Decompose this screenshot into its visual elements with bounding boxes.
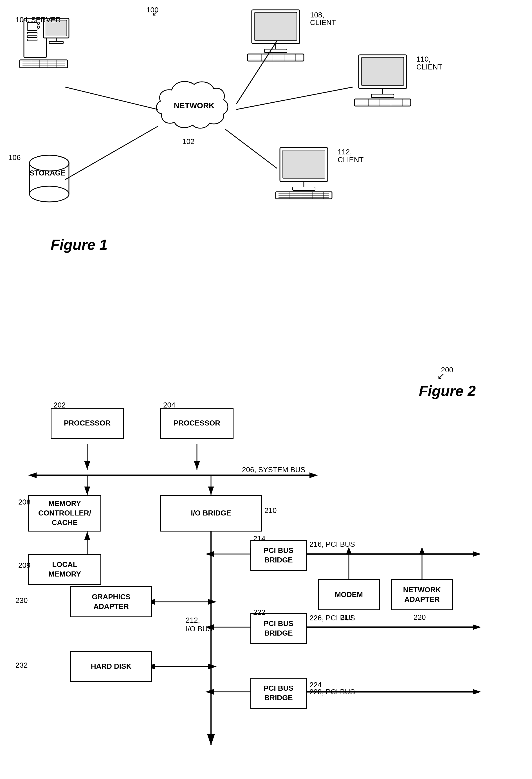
figure2: 200 ↙ Figure 2 [0, 309, 532, 779]
svg-line-60 [65, 87, 158, 109]
svg-rect-51 [293, 187, 315, 190]
ref-102: 102 [182, 137, 194, 146]
svg-marker-79 [473, 551, 481, 557]
svg-marker-76 [205, 551, 214, 557]
ref-209: 209 [18, 561, 31, 570]
ref-202: 202 [53, 401, 66, 410]
client108-computer [245, 8, 307, 63]
figure2-title: Figure 2 [419, 382, 476, 399]
ref-210: 210 [264, 506, 277, 515]
svg-rect-3 [27, 36, 37, 38]
ref-204: 204 [163, 401, 175, 410]
pci-bus-bridge-224-box: PCI BUS BRIDGE [250, 678, 307, 709]
network-adapter-box: NETWORK ADAPTER [391, 579, 453, 610]
svg-marker-93 [473, 689, 481, 695]
server-ref: 104, [15, 15, 30, 24]
svg-rect-25 [255, 12, 297, 41]
memory-controller-box: MEMORY CONTROLLER/ CACHE [28, 495, 101, 532]
ref-220: 220 [414, 613, 426, 622]
ref-222: 222 [253, 608, 265, 617]
pci-bus-216-label: 216, PCI BUS [309, 540, 355, 549]
svg-rect-27 [264, 49, 287, 53]
svg-point-21 [29, 186, 69, 202]
pci-bus-bridge-222-box: PCI BUS BRIDGE [250, 613, 307, 644]
processor-204-box: PROCESSOR [160, 408, 234, 439]
server-label: SERVER [31, 15, 61, 24]
svg-marker-68 [28, 473, 37, 478]
svg-marker-69 [309, 473, 318, 478]
figure1-title: Figure 1 [51, 236, 108, 253]
ref-230: 230 [15, 596, 27, 605]
server-computer [15, 15, 72, 90]
svg-line-64 [225, 129, 277, 169]
svg-rect-49 [283, 150, 325, 178]
svg-point-6 [38, 26, 40, 28]
network-cloud: NETWORK [152, 76, 236, 133]
svg-rect-4 [27, 39, 37, 41]
svg-rect-37 [361, 57, 404, 85]
ref-208: 208 [18, 498, 31, 506]
client110-ref: 110, [416, 55, 431, 64]
storage-icon [21, 152, 77, 209]
storage-text: STORAGE [29, 169, 66, 177]
modem-box: MODEM [318, 579, 380, 610]
ref-232: 232 [15, 661, 27, 670]
svg-marker-90 [205, 689, 214, 695]
svg-marker-83 [419, 547, 425, 554]
hard-disk-box: HARD DISK [70, 651, 152, 682]
svg-line-61 [65, 126, 158, 180]
io-bus-label: 212,I/O BUS [186, 616, 213, 633]
svg-text:NETWORK: NETWORK [174, 101, 215, 110]
ref-214: 214 [253, 534, 265, 543]
svg-line-63 [236, 87, 353, 109]
svg-marker-88 [473, 624, 481, 630]
storage-ref: 106 [8, 153, 20, 162]
svg-rect-10 [49, 41, 63, 44]
client110-computer [352, 53, 414, 108]
graphics-adapter-box: GRAPHICS ADAPTER [70, 586, 152, 617]
client112-label: CLIENT [338, 156, 363, 164]
pci-bus-bridge-214-box: PCI BUS BRIDGE [250, 540, 307, 571]
client108-label: CLIENT [310, 18, 336, 27]
svg-rect-39 [371, 94, 394, 98]
pci-bus-226-label: 226, PCI BUS [309, 614, 355, 622]
svg-marker-95 [208, 599, 217, 605]
processor-202-box: PROCESSOR [51, 408, 124, 439]
pci-bus-228-label: 228, PCI BUS [309, 687, 355, 696]
system-bus-label: 206, SYSTEM BUS [242, 466, 305, 474]
client112-computer [273, 146, 335, 201]
io-bridge-box: I/O BRIDGE [160, 495, 261, 532]
local-memory-box: LOCAL MEMORY [28, 554, 101, 585]
client112-ref: 112, [338, 147, 352, 156]
figure1: 100 ↙ 104, SERVER [0, 0, 532, 309]
client110-label: CLIENT [416, 63, 442, 71]
svg-rect-2 [27, 32, 37, 34]
svg-marker-98 [208, 664, 217, 669]
